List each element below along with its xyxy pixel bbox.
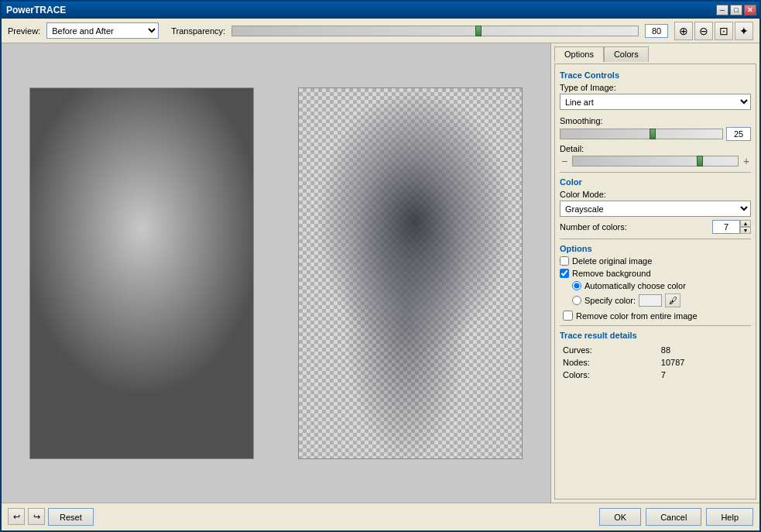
result-table: Curves: 88 Nodes: 10787 Colors: 7 <box>560 343 751 382</box>
type-label: Type of Image: <box>560 83 751 92</box>
tab-options[interactable]: Options <box>554 46 604 62</box>
colors-label: Colors: <box>561 369 644 380</box>
color-mode-label: Color Mode: <box>560 190 751 199</box>
after-image-render <box>299 88 522 458</box>
num-colors-input[interactable] <box>712 220 740 234</box>
help-button[interactable]: Help <box>706 508 753 526</box>
pan-button[interactable]: ✦ <box>735 22 753 40</box>
close-button[interactable]: ✕ <box>744 5 756 15</box>
ok-label: OK <box>614 513 626 522</box>
cancel-button[interactable]: Cancel <box>646 508 701 526</box>
cancel-label: Cancel <box>660 513 687 522</box>
detail-slider[interactable] <box>572 156 739 166</box>
transparency-slider[interactable] <box>231 26 639 36</box>
colors-row: Colors: 7 <box>561 369 749 380</box>
zoom-in-icon: ⊕ <box>679 25 688 37</box>
num-colors-up[interactable]: ▲ <box>740 220 751 227</box>
num-colors-row: Number of colors: ▲ ▼ <box>560 220 751 234</box>
main-window: PowerTRACE ─ □ ✕ Preview: Before and Aft… <box>0 0 761 532</box>
nodes-row: Nodes: 10787 <box>561 357 749 368</box>
color-swatch[interactable] <box>639 294 662 307</box>
zoom-out-button[interactable]: ⊖ <box>694 22 713 40</box>
preview-select[interactable]: Before and After Before After Wireframe <box>46 22 159 39</box>
detail-minus[interactable]: − <box>560 155 569 167</box>
detail-row: − + <box>560 155 751 167</box>
detail-label: Detail: <box>560 144 751 153</box>
pan-icon: ✦ <box>739 25 749 37</box>
zoom-fit-icon: ⊡ <box>719 25 728 37</box>
preview-area <box>2 43 550 503</box>
bottom-right: OK Cancel Help <box>599 508 753 526</box>
curves-label: Curves: <box>561 345 644 355</box>
panel-body: Trace Controls Type of Image: Line art L… <box>554 63 756 499</box>
curves-row: Curves: 88 <box>561 345 749 355</box>
bottom-left: ↩ ↪ Reset <box>8 508 596 526</box>
maximize-button[interactable]: □ <box>730 5 742 15</box>
undo-button[interactable]: ↩ <box>8 508 25 525</box>
auto-color-label: Automatically choose color <box>584 281 686 290</box>
remove-background-label: Remove background <box>572 269 651 278</box>
transparency-label: Transparency: <box>171 26 225 36</box>
num-colors-label: Number of colors: <box>560 222 627 232</box>
zoom-out-icon: ⊖ <box>699 25 708 37</box>
nodes-label: Nodes: <box>561 357 644 368</box>
toolbar: Preview: Before and After Before After W… <box>2 19 759 43</box>
color-header: Color <box>560 177 751 187</box>
toolbar-icons: ⊕ ⊖ ⊡ ✦ <box>674 22 753 40</box>
remove-entire-checkbox[interactable] <box>563 311 573 321</box>
title-bar-buttons: ─ □ ✕ <box>716 5 756 15</box>
remove-background-row: Remove background <box>560 269 751 278</box>
window-title: PowerTRACE <box>6 5 66 15</box>
right-panel: Options Colors Trace Controls Type of Im… <box>550 43 759 503</box>
smoothing-label: Smoothing: <box>560 116 751 125</box>
undo-icon: ↩ <box>13 512 20 522</box>
bottom-bar: ↩ ↪ Reset OK Cancel Help <box>2 503 759 530</box>
smoothing-row: 25 <box>560 127 751 141</box>
specify-color-label: Specify color: <box>584 296 636 305</box>
before-preview-panel <box>11 50 273 496</box>
colors-value: 7 <box>646 369 749 380</box>
remove-entire-label: Remove color from entire image <box>576 311 698 321</box>
preview-label: Preview: <box>8 26 40 36</box>
redo-button[interactable]: ↪ <box>28 508 45 525</box>
after-image <box>298 88 523 459</box>
smoothing-value: 25 <box>726 127 751 141</box>
minimize-button[interactable]: ─ <box>716 5 728 15</box>
help-label: Help <box>721 513 739 522</box>
num-colors-down[interactable]: ▼ <box>740 227 751 234</box>
before-image <box>29 88 254 459</box>
color-mode-select[interactable]: Grayscale Black and White Automatic colo… <box>560 201 751 217</box>
after-preview-panel <box>279 50 542 496</box>
reset-label: Reset <box>60 513 82 522</box>
detail-plus[interactable]: + <box>742 155 751 167</box>
eyedropper-icon: 🖋 <box>669 296 677 305</box>
title-bar: PowerTRACE ─ □ ✕ <box>2 2 759 19</box>
type-select[interactable]: Line art Logo Detailed logo Clipart Low … <box>560 94 751 110</box>
trace-controls-header: Trace Controls <box>560 70 751 80</box>
main-content: Options Colors Trace Controls Type of Im… <box>2 43 759 503</box>
tabs: Options Colors <box>554 46 756 62</box>
auto-color-radio[interactable] <box>572 281 581 290</box>
ok-button[interactable]: OK <box>599 508 641 526</box>
eyedropper-button[interactable]: 🖋 <box>665 293 680 307</box>
curves-value: 88 <box>646 345 749 355</box>
num-colors-input-wrap: ▲ ▼ <box>712 220 751 234</box>
smoothing-slider[interactable] <box>560 129 723 139</box>
tab-colors[interactable]: Colors <box>604 46 649 62</box>
nodes-value: 10787 <box>646 357 749 368</box>
specify-color-row: Specify color: 🖋 <box>560 293 751 307</box>
zoom-fit-button[interactable]: ⊡ <box>715 22 733 40</box>
auto-color-row: Automatically choose color <box>560 281 751 290</box>
zoom-in-button[interactable]: ⊕ <box>674 22 693 40</box>
result-section: Curves: 88 Nodes: 10787 Colors: 7 <box>560 343 751 382</box>
result-header: Trace result details <box>560 331 751 340</box>
remove-entire-row: Remove color from entire image <box>560 311 751 321</box>
delete-original-checkbox[interactable] <box>560 256 569 266</box>
reset-button[interactable]: Reset <box>48 508 94 526</box>
specify-color-radio[interactable] <box>572 296 581 305</box>
num-colors-spinners: ▲ ▼ <box>740 220 751 234</box>
delete-original-row: Delete original image <box>560 256 751 266</box>
remove-background-checkbox[interactable] <box>560 269 569 278</box>
options-header: Options <box>560 244 751 253</box>
transparency-value[interactable] <box>645 24 668 38</box>
